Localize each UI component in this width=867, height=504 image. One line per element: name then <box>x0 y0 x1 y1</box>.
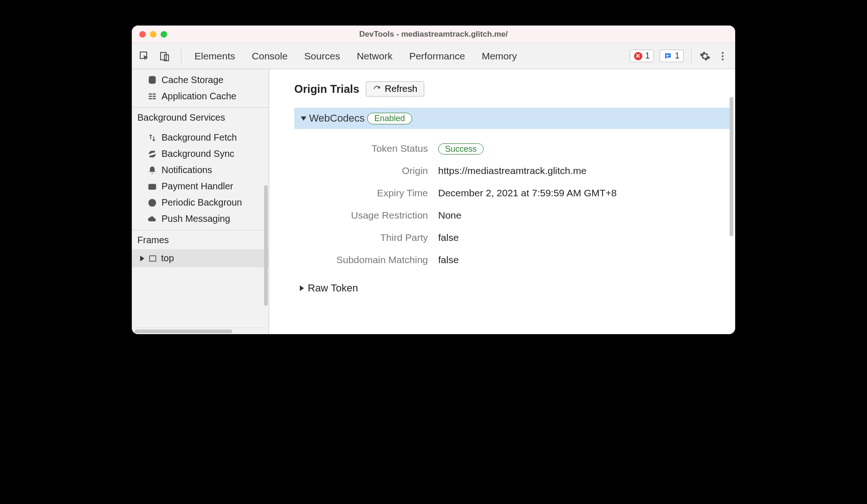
sidebar-item-label: Background Sync <box>162 149 234 159</box>
svg-rect-14 <box>153 98 156 99</box>
close-window-button[interactable] <box>139 31 146 38</box>
sidebar-item-background-fetch[interactable]: Background Fetch <box>132 129 269 146</box>
devtools-window: DevTools - mediastreamtrack.glitch.me/ E… <box>132 26 735 334</box>
detail-row-usage: Usage Restriction None <box>303 204 735 226</box>
refresh-button[interactable]: Refresh <box>366 81 424 97</box>
tab-sources[interactable]: Sources <box>304 51 340 62</box>
svg-rect-18 <box>149 256 155 261</box>
sidebar-item-label: Cache Storage <box>162 75 223 85</box>
sidebar-item-notifications[interactable]: Notifications <box>132 162 269 178</box>
main-toolbar: Elements Console Sources Network Perform… <box>132 43 735 69</box>
messages-badge[interactable]: 1 <box>660 50 684 62</box>
error-badge[interactable]: ✕ 1 <box>630 50 654 62</box>
sidebar-item-application-cache[interactable]: Application Cache <box>132 88 269 104</box>
bell-icon <box>148 166 157 175</box>
transfer-icon <box>148 133 157 142</box>
sidebar-item-push-messaging[interactable]: Push Messaging <box>132 211 269 227</box>
tab-network[interactable]: Network <box>357 51 393 62</box>
cloud-icon <box>148 214 157 224</box>
expand-icon <box>300 285 304 291</box>
toolbar-separator <box>181 49 181 63</box>
sidebar-item-periodic-background[interactable]: Periodic Backgroun <box>132 194 269 211</box>
detail-value: false <box>438 232 459 243</box>
sidebar-item-label: Periodic Backgroun <box>162 197 242 208</box>
minimize-window-button[interactable] <box>150 31 156 38</box>
clock-icon <box>148 198 157 207</box>
detail-row-third-party: Third Party false <box>303 226 735 249</box>
message-count: 1 <box>675 51 679 61</box>
trial-status-pill: Enabled <box>367 113 412 124</box>
maximize-window-button[interactable] <box>161 31 167 38</box>
detail-row-origin: Origin https://mediastreamtrack.glitch.m… <box>303 160 735 182</box>
message-icon <box>664 52 672 60</box>
sidebar-item-frame-top[interactable]: top <box>132 249 269 267</box>
svg-rect-10 <box>153 93 156 95</box>
panel-tabs: Elements Console Sources Network Perform… <box>194 51 517 62</box>
detail-label: Third Party <box>303 232 428 243</box>
toolbar-right: ✕ 1 1 <box>630 49 729 63</box>
sidebar-scrollbar-horizontal[interactable] <box>132 328 269 334</box>
sidebar-cache-section: Cache Storage Application Cache <box>132 69 269 107</box>
section-title: Origin Trials <box>294 83 359 96</box>
svg-rect-3 <box>666 55 670 56</box>
tab-memory[interactable]: Memory <box>482 51 517 62</box>
sidebar: Cache Storage Application Cache Backgrou… <box>132 69 269 334</box>
device-toolbar-icon[interactable] <box>159 50 171 62</box>
svg-point-7 <box>722 58 724 60</box>
trial-details: Token Status Success Origin https://medi… <box>303 137 735 271</box>
detail-label: Usage Restriction <box>303 210 428 221</box>
gear-icon[interactable] <box>699 50 711 62</box>
svg-rect-4 <box>666 56 668 57</box>
traffic-lights <box>139 31 167 38</box>
sidebar-item-label: Push Messaging <box>162 213 230 224</box>
detail-label: Origin <box>303 165 428 176</box>
main-scrollbar-vertical[interactable] <box>730 97 733 236</box>
detail-row-expiry: Expiry Time December 2, 2021 at 7:59:59 … <box>303 182 735 204</box>
inspect-element-icon[interactable] <box>138 50 150 62</box>
origin-trials-header: Origin Trials Refresh <box>294 81 735 97</box>
sidebar-item-cache-storage[interactable]: Cache Storage <box>132 72 269 88</box>
sidebar-item-label: Background Fetch <box>162 132 237 143</box>
frame-icon <box>148 254 157 263</box>
error-icon: ✕ <box>634 52 642 60</box>
detail-value: None <box>438 210 461 221</box>
sidebar-item-background-sync[interactable]: Background Sync <box>132 146 269 162</box>
detail-label: Expiry Time <box>303 187 428 199</box>
tab-performance[interactable]: Performance <box>409 51 465 62</box>
sidebar-item-payment-handler[interactable]: Payment Handler <box>132 178 269 194</box>
svg-point-5 <box>722 52 724 54</box>
sync-icon <box>148 149 157 159</box>
detail-row-subdomain: Subdomain Matching false <box>303 249 735 271</box>
tab-console[interactable]: Console <box>252 51 288 62</box>
refresh-label: Refresh <box>385 84 417 94</box>
database-icon <box>148 76 157 85</box>
svg-rect-1 <box>161 52 166 60</box>
more-icon[interactable] <box>717 50 729 62</box>
trial-name: WebCodecs <box>309 112 364 124</box>
refresh-icon <box>373 85 381 93</box>
detail-value: December 2, 2021 at 7:59:59 AM GMT+8 <box>438 187 617 199</box>
titlebar: DevTools - mediastreamtrack.glitch.me/ <box>132 26 735 43</box>
main-panel: Origin Trials Refresh WebCodecs Enabled … <box>269 69 735 334</box>
sidebar-bg-section: Background Fetch Background Sync Notific… <box>132 127 269 230</box>
toolbar-separator-2 <box>691 49 692 63</box>
tab-elements[interactable]: Elements <box>194 51 235 62</box>
detail-row-token-status: Token Status Success <box>303 137 735 160</box>
raw-token-row[interactable]: Raw Token <box>300 282 735 294</box>
sidebar-scrollbar-vertical[interactable] <box>264 185 268 306</box>
grid-icon <box>148 92 157 101</box>
raw-token-label: Raw Token <box>308 282 358 294</box>
error-count: 1 <box>645 51 650 61</box>
detail-value: https://mediastreamtrack.glitch.me <box>438 165 587 176</box>
detail-label: Token Status <box>303 143 428 154</box>
detail-value: Success <box>438 143 484 154</box>
expand-icon <box>140 256 144 261</box>
trial-row-webcodecs[interactable]: WebCodecs Enabled <box>294 108 732 129</box>
credit-card-icon <box>148 182 157 191</box>
window-title: DevTools - mediastreamtrack.glitch.me/ <box>132 30 735 39</box>
sidebar-item-label: Notifications <box>162 165 212 175</box>
svg-point-6 <box>722 55 724 57</box>
svg-rect-11 <box>149 96 152 97</box>
detail-value: false <box>438 254 459 265</box>
detail-label: Subdomain Matching <box>303 254 428 265</box>
